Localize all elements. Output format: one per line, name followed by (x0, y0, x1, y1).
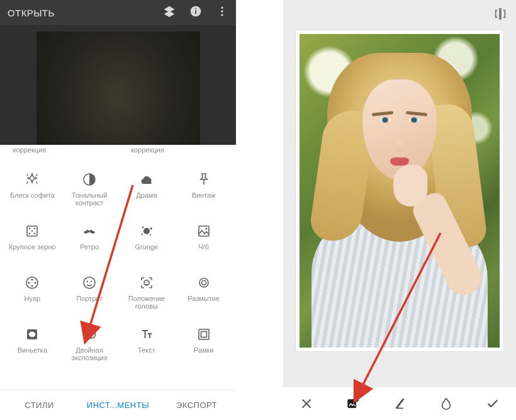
right-top-bar (283, 0, 516, 30)
edit-toolbar (283, 387, 516, 420)
tool-vintage[interactable]: Винтаж (175, 171, 232, 223)
tab-export[interactable]: ЭКСПОРТ (157, 390, 236, 420)
svg-point-14 (150, 227, 152, 229)
svg-point-27 (91, 281, 92, 282)
frame-icon (196, 326, 212, 343)
svg-point-4 (221, 10, 223, 12)
half-circle-icon (81, 171, 98, 188)
svg-point-9 (34, 228, 36, 230)
tool-label: Блеск софита (10, 191, 55, 199)
svg-point-22 (35, 281, 36, 283)
tool-vignette[interactable]: Виньетка (4, 326, 61, 378)
tool-label: Grunge (135, 243, 159, 251)
layers-icon[interactable] (163, 5, 176, 20)
preview-image-dimmed (0, 25, 236, 145)
apply-button[interactable] (478, 389, 508, 419)
svg-rect-18 (199, 226, 209, 236)
svg-rect-2 (195, 8, 196, 9)
bottom-tabs: СТИЛИ ИНСТ...МЕНТЫ ЭКСПОРТ (0, 390, 236, 420)
compare-icon[interactable] (493, 7, 507, 23)
svg-rect-38 (201, 332, 206, 338)
svg-rect-1 (195, 10, 196, 14)
pin-icon (196, 171, 212, 188)
tool-label: Рамки (194, 346, 214, 354)
canvas (283, 30, 516, 387)
svg-point-26 (87, 281, 88, 282)
tool-glamour-glow[interactable]: Блеск софита (4, 171, 61, 223)
tool-portrait[interactable]: Портрет (61, 275, 118, 326)
svg-point-23 (31, 285, 33, 287)
splatter-icon (138, 223, 155, 239)
tool-label: Ретро (80, 243, 99, 251)
tool-grunge[interactable]: Grunge (118, 223, 176, 275)
svg-rect-40 (348, 400, 356, 408)
tool-row-peek: коррекция коррекция (0, 145, 236, 166)
svg-point-16 (142, 234, 143, 235)
tab-tools[interactable]: ИНСТ...МЕНТЫ (79, 390, 157, 420)
tool-label: Винтаж (192, 191, 216, 199)
landscape-icon (196, 223, 212, 239)
right-panel (283, 0, 516, 420)
svg-point-15 (142, 227, 143, 229)
svg-point-31 (199, 278, 208, 287)
top-bar-actions (163, 5, 228, 20)
svg-point-30 (147, 281, 149, 283)
opacity-button[interactable] (431, 389, 461, 419)
open-button[interactable]: ОТКРЫТЬ (8, 8, 163, 18)
top-app-bar: ОТКРЫТЬ (0, 0, 236, 25)
svg-point-21 (31, 278, 33, 280)
left-panel: ОТКРЫТЬ коррекция коррекция Блеск софита (0, 0, 236, 420)
svg-point-11 (29, 233, 31, 235)
blur-circle-icon (196, 275, 212, 291)
svg-point-13 (143, 228, 150, 234)
dice-icon (24, 223, 40, 239)
tab-styles[interactable]: СТИЛИ (0, 390, 79, 420)
svg-point-5 (221, 14, 223, 16)
svg-point-32 (201, 281, 206, 285)
tool-frames[interactable]: Рамки (175, 326, 232, 378)
tool-lens-blur[interactable]: Размытие (175, 275, 232, 326)
tool-black-white[interactable]: Ч/б (175, 223, 232, 275)
cloud-icon (138, 171, 155, 188)
tool-label: Нуар (25, 295, 41, 302)
tool-label: Портрет (76, 295, 103, 302)
svg-point-10 (31, 230, 33, 232)
tool-label: Текст (138, 346, 155, 354)
tool-label: Размытие (188, 295, 220, 302)
tool-label: Положение головы (122, 295, 171, 310)
tool-noir[interactable]: Нуар (4, 275, 61, 326)
face-icon (81, 275, 98, 291)
peek-label: коррекция (4, 146, 55, 154)
svg-point-12 (34, 233, 36, 235)
tool-double-exposure[interactable]: Двойная экспозиция (61, 326, 118, 378)
tool-label: Крупное зерно (9, 243, 56, 251)
svg-point-8 (29, 228, 31, 230)
tools-grid: Блеск софита Тональный контраст Драма Ви… (0, 166, 236, 390)
tool-head-pose[interactable]: Положение головы (118, 275, 176, 326)
svg-rect-37 (199, 329, 209, 339)
info-icon[interactable] (189, 5, 202, 20)
overflow-menu-icon[interactable] (216, 5, 228, 20)
tool-label: Драма (136, 191, 157, 199)
sparkle-icon (24, 171, 40, 188)
focus-face-icon (138, 275, 155, 291)
tool-text[interactable]: Текст (118, 326, 176, 378)
svg-point-25 (84, 277, 95, 288)
cancel-button[interactable] (291, 389, 322, 419)
svg-point-24 (28, 281, 30, 283)
svg-point-3 (221, 7, 223, 9)
add-image-button[interactable] (338, 389, 368, 419)
panel-gap (236, 0, 283, 420)
tool-label: Тональный контраст (65, 191, 114, 207)
svg-point-17 (150, 234, 151, 236)
svg-point-34 (29, 332, 35, 337)
blend-mode-button[interactable] (384, 389, 415, 419)
tool-label: Двойная экспозиция (65, 346, 114, 361)
photo-preview[interactable] (296, 30, 503, 351)
tool-drama[interactable]: Драма (118, 171, 176, 223)
tool-tonal-contrast[interactable]: Тональный контраст (61, 171, 118, 223)
double-circle-icon (81, 326, 98, 343)
tool-retrolux[interactable]: Ретро (61, 223, 118, 275)
tool-grainy-film[interactable]: Крупное зерно (4, 223, 61, 275)
film-reel-icon (24, 275, 40, 291)
